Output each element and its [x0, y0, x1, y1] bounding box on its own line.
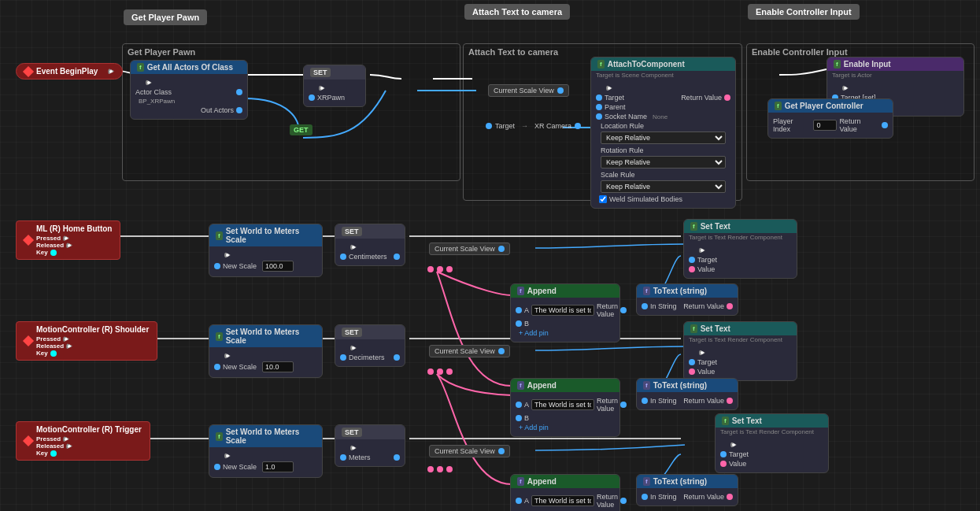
return-pin-3[interactable] — [620, 498, 627, 504]
node-set-world-2[interactable]: f Set World to Meters Scale New Scale — [209, 324, 323, 378]
pressed-pin-3[interactable] — [63, 336, 69, 343]
pink-pin-3c[interactable] — [446, 466, 453, 472]
node-append-1[interactable]: f Append A Return Value B + Add pin — [510, 283, 620, 343]
new-scale-input-2[interactable] — [262, 361, 294, 372]
new-scale-pin-3[interactable] — [214, 464, 220, 470]
set-in-pin[interactable] — [340, 254, 346, 260]
target-out-pin[interactable] — [486, 123, 492, 129]
exec-in-pin[interactable] — [214, 352, 222, 360]
node-to-text-1[interactable]: f ToText (string) In String Return Value — [636, 283, 738, 316]
exec-in-pin[interactable] — [720, 441, 728, 449]
new-scale-pin[interactable] — [214, 263, 220, 269]
value-pin[interactable] — [689, 266, 695, 272]
target-pin-2[interactable] — [689, 359, 695, 365]
exec-out-pin[interactable] — [350, 244, 357, 250]
exec-in-pin[interactable] — [340, 444, 348, 452]
node-get[interactable]: GET — [290, 124, 312, 135]
node-attach-to-component[interactable]: f AttachToComponent Target is Scene Comp… — [590, 57, 736, 209]
return-val-pin[interactable] — [882, 122, 888, 128]
scale-view-pin-3[interactable] — [498, 348, 505, 354]
key-pin-4[interactable] — [50, 450, 57, 457]
target-in-pin[interactable] — [596, 94, 602, 101]
node-to-text-2[interactable]: f ToText (string) In String Return Value — [636, 378, 738, 410]
append-a-input-2[interactable] — [531, 399, 594, 410]
node-get-player-controller[interactable]: f Get Player Controller Player Index Ret… — [767, 98, 893, 139]
new-scale-input-3[interactable] — [262, 461, 294, 472]
exec-in-pin[interactable] — [340, 344, 348, 352]
in-string-pin-3[interactable] — [642, 494, 648, 500]
scale-view-pin-2[interactable] — [498, 246, 505, 252]
node-append-3[interactable]: f Append A Return Value B + Add pin — [510, 474, 620, 511]
node-set-world-3[interactable]: f Set World to Meters Scale New Scale — [209, 424, 323, 478]
return-pin[interactable] — [620, 307, 627, 313]
return-pin[interactable] — [727, 303, 733, 309]
node-set-2[interactable]: SET Centimeters — [335, 224, 405, 266]
exec-out-pin[interactable] — [224, 252, 231, 258]
exec-out-pin[interactable] — [319, 85, 325, 91]
actor-class-pin[interactable] — [236, 89, 242, 95]
pink-pin-2a[interactable] — [427, 368, 434, 375]
exec-in-pin[interactable] — [309, 84, 316, 92]
pink-pin-1a[interactable] — [427, 266, 434, 272]
exec-in-pin[interactable] — [689, 349, 697, 357]
a-pin-2[interactable] — [516, 402, 522, 408]
exec-out-pin[interactable] — [224, 353, 231, 359]
return-pin-2t[interactable] — [727, 398, 733, 404]
target-pin-3[interactable] — [720, 451, 727, 457]
exec-out-pin[interactable] — [699, 247, 705, 254]
blueprint-canvas[interactable]: Get Player Pawn Attach Text to camera En… — [0, 0, 980, 511]
exec-out-pin[interactable] — [108, 69, 114, 75]
return-val-pin[interactable] — [724, 94, 730, 101]
exec-in-pin[interactable] — [340, 243, 348, 251]
exec-out-pin[interactable] — [146, 80, 152, 86]
node-append-2[interactable]: f Append A Return Value B + Add pin — [510, 378, 620, 437]
key-pin[interactable] — [50, 250, 57, 256]
weld-checkbox[interactable] — [599, 195, 607, 203]
pink-pin-3a[interactable] — [427, 466, 434, 472]
pink-pin-2c[interactable] — [446, 368, 453, 375]
pink-pin-2b[interactable] — [437, 368, 443, 375]
append-a-input[interactable] — [531, 305, 594, 316]
value-pin-2[interactable] — [689, 368, 695, 375]
node-to-text-3[interactable]: f ToText (string) In String Return Value — [636, 474, 738, 506]
node-set-4[interactable]: SET Meters — [335, 424, 405, 467]
new-scale-input-1[interactable] — [262, 261, 294, 272]
released-pin[interactable] — [66, 243, 72, 249]
set-in-pin-4[interactable] — [340, 454, 346, 461]
exec-in-pin[interactable] — [596, 84, 604, 92]
exec-out-pin[interactable] — [350, 445, 357, 451]
node-set-text-3[interactable]: f Set Text Target is Text Render Compone… — [715, 413, 829, 473]
a-pin[interactable] — [516, 307, 522, 313]
pressed-pin[interactable] — [63, 235, 69, 242]
key-pin-3[interactable] — [50, 350, 57, 357]
exec-in-pin[interactable] — [214, 452, 222, 460]
a-pin-3[interactable] — [516, 498, 522, 504]
exec-out-pin[interactable] — [699, 350, 705, 356]
exec-out-pin[interactable] — [842, 85, 849, 91]
set-in-pin-3[interactable] — [340, 354, 346, 361]
location-rule-select[interactable]: Keep Relative — [601, 131, 726, 144]
pink-pin-3b[interactable] — [437, 466, 443, 472]
in-string-pin-2[interactable] — [642, 398, 648, 404]
exec-in-pin[interactable] — [832, 84, 840, 92]
player-index-input[interactable] — [813, 120, 837, 131]
scale-view-pin[interactable] — [557, 87, 564, 94]
exec-out-pin[interactable] — [730, 442, 737, 448]
node-set-world-1[interactable]: f Set World to Meters Scale New Scale — [209, 224, 323, 277]
pink-pin-1c[interactable] — [446, 266, 453, 272]
node-set-1[interactable]: SET XRPawn — [303, 65, 366, 107]
value-pin-3[interactable] — [720, 461, 727, 467]
xr-camera-pin[interactable] — [575, 123, 581, 129]
scale-rule-select[interactable]: Keep Relative — [601, 180, 726, 193]
add-pin-button-2[interactable]: + Add pin — [519, 424, 612, 431]
append-a-input-3[interactable] — [531, 495, 594, 506]
scale-out-pin-4[interactable] — [394, 454, 400, 461]
return-pin-2[interactable] — [620, 402, 627, 408]
scale-out-pin-3[interactable] — [394, 354, 400, 361]
exec-out-pin[interactable] — [224, 453, 231, 459]
rotation-rule-select[interactable]: Keep Relative — [601, 156, 726, 168]
pressed-pin-4[interactable] — [63, 436, 69, 442]
b-pin[interactable] — [516, 320, 522, 327]
set-in-pin[interactable] — [309, 94, 315, 101]
socket-pin[interactable] — [596, 113, 602, 120]
